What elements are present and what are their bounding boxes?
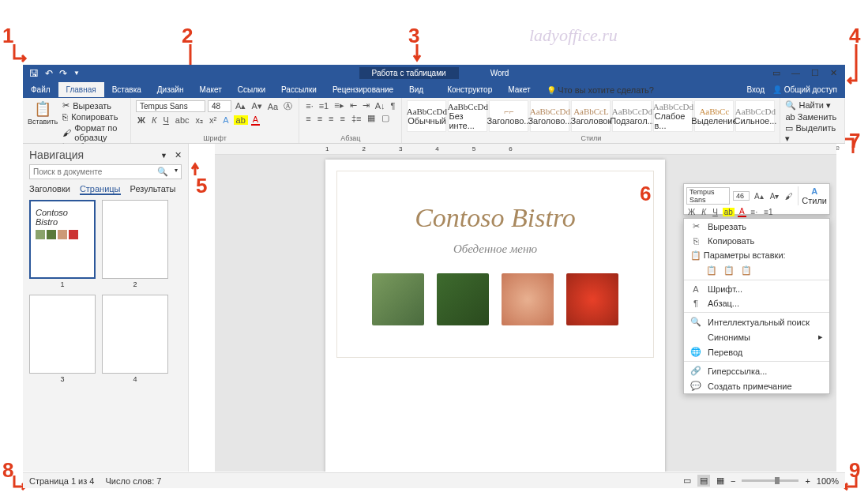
- sort-icon[interactable]: A↓: [374, 101, 387, 111]
- nav-search[interactable]: 🔍 ▾: [29, 164, 182, 179]
- mini-font-name[interactable]: Tempus Sans: [686, 187, 730, 205]
- ctx-comment[interactable]: 💬Создать примечание: [684, 378, 829, 393]
- tab-home[interactable]: Главная: [58, 82, 104, 97]
- save-icon[interactable]: 🖫: [29, 68, 39, 79]
- clear-format-icon[interactable]: Ⓐ: [282, 100, 294, 112]
- paste-merge-icon[interactable]: 📋: [723, 265, 735, 276]
- find-button[interactable]: 🔍 Найти ▾: [785, 100, 840, 111]
- food-image-3[interactable]: [502, 273, 554, 325]
- thumb-page-3[interactable]: 3: [29, 295, 96, 383]
- view-print-icon[interactable]: ▤: [697, 475, 710, 487]
- grow-font-icon[interactable]: A▴: [234, 101, 247, 111]
- tab-table-design[interactable]: Конструктор: [439, 82, 500, 97]
- italic-button[interactable]: К: [150, 115, 158, 125]
- bold-button[interactable]: Ж: [136, 115, 147, 125]
- align-center-icon[interactable]: ≡: [316, 114, 324, 123]
- thumb-page-4[interactable]: 4: [102, 295, 168, 383]
- format-painter-button[interactable]: 🖌Формат по образцу: [62, 123, 126, 142]
- mini-underline[interactable]: Ч: [711, 208, 720, 216]
- tab-table-layout[interactable]: Макет: [500, 82, 538, 97]
- outdent-icon[interactable]: ⇤: [348, 100, 359, 111]
- search-icon[interactable]: 🔍: [154, 165, 171, 179]
- nav-dropdown-icon[interactable]: ▼: [160, 152, 167, 160]
- horizontal-ruler[interactable]: 123456: [215, 144, 836, 155]
- ctx-synonyms[interactable]: Синонимы▸: [684, 329, 829, 344]
- style-5[interactable]: АаBbCcDdПодзагол...: [612, 100, 652, 132]
- redo-icon[interactable]: ↷: [59, 68, 67, 79]
- paste-keep-icon[interactable]: 📋: [706, 265, 717, 276]
- style-0[interactable]: АаBbCcDdОбычный: [407, 100, 446, 132]
- share-button[interactable]: 👤 Общий доступ: [772, 85, 837, 94]
- maximize-icon[interactable]: ☐: [811, 68, 819, 78]
- replace-button[interactable]: ab Заменить: [785, 112, 840, 122]
- thumb-page-1[interactable]: Contoso Bistro 1: [29, 200, 96, 288]
- bullets-icon[interactable]: ≡·: [304, 101, 314, 111]
- tab-references[interactable]: Ссылки: [230, 82, 273, 97]
- page[interactable]: Contoso Bistro Обеденное меню: [325, 160, 665, 472]
- align-right-icon[interactable]: ≡: [327, 114, 335, 123]
- nav-tab-pages[interactable]: Страницы: [80, 184, 121, 195]
- text-effects-icon[interactable]: A: [221, 115, 230, 125]
- status-words[interactable]: Число слов: 7: [105, 476, 161, 486]
- ctx-paragraph[interactable]: ¶Абзац...: [684, 296, 829, 310]
- ctx-cut[interactable]: ✂Вырезать: [684, 219, 829, 234]
- align-left-icon[interactable]: ≡: [304, 114, 312, 123]
- tab-design[interactable]: Дизайн: [149, 82, 192, 97]
- mini-highlight-icon[interactable]: ab: [723, 208, 735, 216]
- food-image-1[interactable]: [372, 273, 424, 325]
- shrink-font-icon[interactable]: A▾: [250, 101, 263, 111]
- mini-bullets-icon[interactable]: ≡·: [750, 208, 760, 216]
- food-image-4[interactable]: [566, 273, 618, 325]
- ctx-copy[interactable]: ⎘Копировать: [684, 234, 829, 248]
- mini-grow-icon[interactable]: A▴: [753, 192, 765, 201]
- paste-button[interactable]: 📋 Вставить: [28, 100, 62, 142]
- tab-layout[interactable]: Макет: [191, 82, 229, 97]
- highlight-icon[interactable]: ab: [234, 115, 248, 125]
- show-marks-icon[interactable]: ¶: [389, 101, 397, 111]
- underline-button[interactable]: Ч: [162, 115, 171, 125]
- numbering-icon[interactable]: ≡1: [318, 101, 331, 111]
- cut-button[interactable]: ✂Вырезать: [62, 100, 126, 111]
- copy-button[interactable]: ⎘Копировать: [62, 112, 126, 122]
- tell-me[interactable]: 💡 Что вы хотите сделать?: [547, 85, 654, 95]
- borders-icon[interactable]: ▢: [380, 113, 391, 123]
- qat-dropdown-icon[interactable]: ▼: [73, 70, 80, 77]
- multilevel-icon[interactable]: ≡▸: [333, 100, 345, 111]
- zoom-in-icon[interactable]: +: [805, 476, 810, 486]
- font-size-combo[interactable]: 48: [208, 100, 231, 112]
- tab-view[interactable]: Вид: [401, 82, 431, 97]
- doc-title[interactable]: Contoso Bistro: [345, 203, 645, 233]
- style-7[interactable]: АаBbCcВыделение: [694, 100, 734, 132]
- paste-text-icon[interactable]: 📋: [741, 265, 752, 276]
- zoom-value[interactable]: 100%: [817, 476, 839, 486]
- mini-painter-icon[interactable]: 🖌: [783, 192, 795, 201]
- indent-icon[interactable]: ⇥: [361, 100, 371, 111]
- view-web-icon[interactable]: ▦: [716, 476, 724, 486]
- font-name-combo[interactable]: Tempus Sans: [136, 100, 205, 112]
- superscript-button[interactable]: x²: [208, 115, 218, 125]
- ctx-font[interactable]: AШрифт...: [684, 282, 829, 296]
- signin-link[interactable]: Вход: [746, 85, 765, 94]
- zoom-out-icon[interactable]: −: [731, 476, 735, 486]
- search-dropdown-icon[interactable]: ▾: [171, 165, 181, 179]
- mini-bold[interactable]: Ж: [686, 208, 697, 216]
- mini-font-size[interactable]: 46: [733, 191, 750, 201]
- style-2[interactable]: ⌐⌐Заголово...: [489, 100, 528, 132]
- mini-numbering-icon[interactable]: ≡1: [762, 208, 774, 216]
- nav-tab-results[interactable]: Результаты: [130, 184, 176, 195]
- ctx-translate[interactable]: 🌐Перевод: [684, 344, 829, 359]
- view-read-icon[interactable]: ▭: [683, 476, 691, 486]
- tab-file[interactable]: Файл: [23, 82, 58, 97]
- nav-close-icon[interactable]: ✕: [175, 150, 182, 160]
- tab-review[interactable]: Рецензирование: [325, 82, 401, 97]
- minimize-icon[interactable]: —: [791, 68, 800, 78]
- font-color-icon[interactable]: A: [251, 115, 260, 126]
- strike-button[interactable]: abc: [174, 115, 191, 125]
- ctx-smart-lookup[interactable]: 🔍Интеллектуальный поиск: [684, 314, 829, 329]
- line-spacing-icon[interactable]: ‡≡: [350, 114, 363, 123]
- mini-fontcolor-icon[interactable]: A: [738, 207, 746, 217]
- ctx-hyperlink[interactable]: 🔗Гиперссылка...: [684, 363, 829, 378]
- ribbon-options-icon[interactable]: ▭: [772, 68, 780, 78]
- close-icon[interactable]: ✕: [830, 68, 837, 78]
- change-case-icon[interactable]: Aa: [266, 102, 280, 111]
